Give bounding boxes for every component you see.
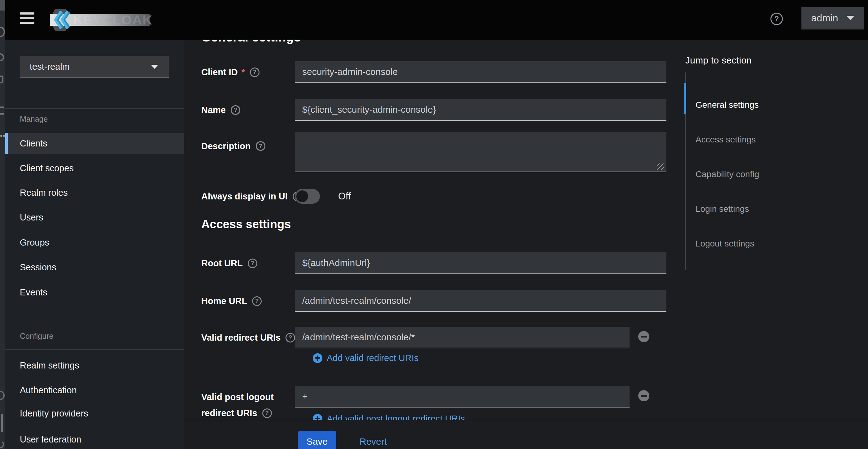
description-textarea[interactable] <box>295 132 666 172</box>
keycloak-logo: KEYCLOAK <box>50 7 152 32</box>
jump-link-capability-config[interactable]: Capability config <box>686 157 859 192</box>
remove-redirect-uri-button[interactable] <box>638 331 649 342</box>
access-settings-heading: Access settings <box>201 218 291 231</box>
background-window-strip <box>0 0 5 449</box>
left-sidebar: test-realm Manage Clients Client scopes … <box>5 40 184 449</box>
post-logout-row <box>184 386 853 408</box>
hamburger-icon[interactable] <box>20 12 34 26</box>
always-display-label: Always display in UI <box>201 191 288 201</box>
valid-redirect-label: Valid redirect URIs <box>201 332 281 343</box>
window-fragment-icon <box>0 440 4 448</box>
realm-name: test-realm <box>30 62 70 72</box>
user-name: admin <box>811 12 838 24</box>
keycloak-admin-console: KEYCLOAK ? admin test-realm Manage Clien… <box>0 0 868 449</box>
sidebar-item-users[interactable]: Users <box>5 207 184 228</box>
valid-redirect-row: Valid redirect URIs ? <box>184 327 853 348</box>
name-input[interactable] <box>295 99 666 121</box>
save-button[interactable]: Save <box>298 431 336 449</box>
window-fragment-icon <box>0 391 5 400</box>
page-title: General settings <box>201 40 301 44</box>
window-fragment-icon <box>0 27 5 37</box>
divider <box>5 349 184 350</box>
window-fragment-icon <box>0 53 4 61</box>
window-fragment <box>0 0 5 10</box>
jump-link-general-settings[interactable]: General settings <box>686 88 859 122</box>
jump-link-access-settings[interactable]: Access settings <box>686 122 859 157</box>
window-fragment-icon <box>0 414 3 432</box>
realm-selector[interactable]: test-realm <box>20 56 169 78</box>
plus-circle-icon <box>313 353 322 363</box>
home-url-label: Home URL <box>201 296 247 306</box>
help-icon[interactable]: ? <box>262 409 272 418</box>
nav-group-configure: Configure <box>20 329 53 343</box>
revert-button[interactable]: Revert <box>358 431 389 449</box>
window-fragment-icon <box>0 75 3 83</box>
sidebar-item-realm-roles[interactable]: Realm roles <box>5 182 184 203</box>
help-icon[interactable]: ? <box>252 296 262 306</box>
main-content: General settings Client ID * ? Name ? De… <box>184 40 868 449</box>
required-asterisk: * <box>242 67 245 77</box>
jump-to-section-nav: Jump to section General settings Access … <box>685 55 859 270</box>
root-url-input[interactable] <box>295 252 666 274</box>
home-url-input[interactable] <box>295 290 666 312</box>
sidebar-item-sessions[interactable]: Sessions <box>5 257 184 278</box>
help-icon[interactable]: ? <box>771 13 783 25</box>
sidebar-item-clients[interactable]: Clients <box>5 133 184 154</box>
jump-link-login-settings[interactable]: Login settings <box>686 192 859 226</box>
window-fragment-icon <box>0 135 2 137</box>
sidebar-item-events[interactable]: Events <box>5 282 184 303</box>
add-redirect-uri-link[interactable]: Add valid redirect URIs <box>313 352 419 364</box>
help-icon[interactable]: ? <box>256 141 266 151</box>
toggle-state-text: Off <box>338 189 351 204</box>
help-icon[interactable]: ? <box>250 67 259 77</box>
sidebar-item-realm-settings[interactable]: Realm settings <box>5 355 184 376</box>
help-icon[interactable]: ? <box>231 105 240 115</box>
window-fragment-icon <box>0 106 4 115</box>
root-url-label: Root URL <box>201 258 243 268</box>
user-menu-button[interactable]: admin <box>801 7 864 29</box>
post-logout-input[interactable] <box>295 386 629 408</box>
remove-post-logout-uri-button[interactable] <box>638 390 649 401</box>
brand-text: KEYCLOAK <box>73 12 152 27</box>
help-icon[interactable]: ? <box>248 259 257 268</box>
client-id-label: Client ID <box>201 67 238 77</box>
sidebar-item-client-scopes[interactable]: Client scopes <box>5 158 184 179</box>
divider <box>5 322 184 322</box>
home-url-row: Home URL ? <box>184 290 853 312</box>
client-id-input[interactable] <box>295 61 666 83</box>
jump-link-logout-settings[interactable]: Logout settings <box>686 226 859 261</box>
sidebar-item-user-federation[interactable]: User federation <box>5 429 184 449</box>
masthead: KEYCLOAK ? admin <box>5 0 868 40</box>
divider <box>5 108 184 109</box>
help-icon[interactable]: ? <box>285 333 295 343</box>
description-label: Description <box>201 141 251 152</box>
caret-down-icon <box>151 65 158 69</box>
caret-down-icon <box>846 16 855 20</box>
valid-redirect-input[interactable] <box>295 327 629 348</box>
resize-handle-icon[interactable] <box>657 163 663 170</box>
nav-group-manage: Manage <box>20 112 48 126</box>
always-display-toggle[interactable] <box>295 189 320 204</box>
sidebar-item-groups[interactable]: Groups <box>5 232 184 253</box>
sidebar-item-identity-providers[interactable]: Identity providers <box>5 403 184 424</box>
jump-nav-title: Jump to section <box>685 55 859 66</box>
form-action-bar: Save Revert <box>184 420 868 449</box>
name-label: Name <box>201 105 226 115</box>
sidebar-item-authentication[interactable]: Authentication <box>5 380 184 401</box>
toggle-knob <box>296 190 308 202</box>
